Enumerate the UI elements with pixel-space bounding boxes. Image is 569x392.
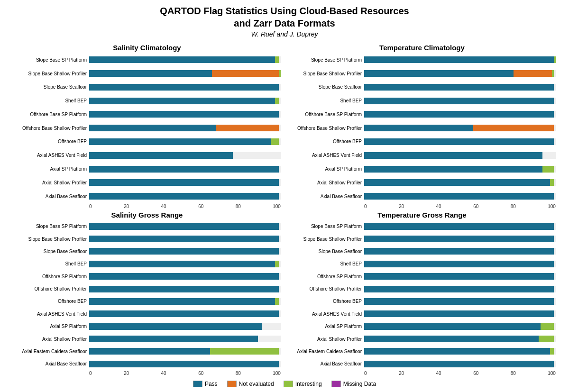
bar-row: Axial ASHES Vent Field (13, 308, 281, 319)
bar-container (89, 98, 281, 104)
bar-row: Axial Base Seafloor (13, 358, 281, 370)
bar-row: Slope Base SP Platform (288, 54, 556, 66)
bar-segment-pass (364, 70, 514, 77)
x-axis-label: 100 (548, 204, 556, 209)
bar-label: Offshore BEP (288, 299, 364, 304)
bar-row: Axial Shallow Profiler (13, 333, 281, 345)
bar-container (89, 310, 281, 317)
x-axis-label: 100 (273, 204, 281, 209)
bar-row: Axial Shallow Profiler (288, 176, 556, 189)
x-axis-label: 0 (89, 204, 92, 209)
bar-row: Slope Base SP Platform (288, 221, 556, 232)
bar-row: Slope Base Shallow Profiler (288, 233, 556, 245)
bar-segment-pass (364, 56, 554, 63)
charts-grid: Salinity ClimatologySlope Base SP Platfo… (9, 43, 560, 377)
bar-segment-interesting (271, 138, 279, 145)
bar-label: Axial Shallow Profiler (13, 180, 89, 185)
bar-segment-pass (89, 138, 271, 145)
bar-row: Axial Base Seafloor (288, 190, 556, 203)
legend-missing-box (331, 381, 341, 387)
bar-segment-pass (364, 286, 554, 292)
bar-segment-pass (364, 84, 554, 91)
bar-label: Axial SP Platform (288, 324, 364, 329)
bar-row: Offshore BEP (13, 136, 281, 148)
legend-interesting-box (284, 381, 293, 387)
bar-container (364, 236, 556, 242)
bar-label: Axial ASHES Vent Field (288, 153, 364, 158)
bar-label: Axial ASHES Vent Field (13, 153, 89, 158)
bar-row: Offshore BEP (13, 296, 281, 307)
bar-label: Shelf BEP (288, 261, 364, 266)
bar-segment-pass (89, 84, 279, 91)
bar-container (89, 348, 281, 355)
bar-segment-interesting (275, 56, 279, 63)
bar-label: Slope Base Seafloor (288, 249, 364, 254)
bar-row: Shelf BEP (13, 258, 281, 270)
bar-label: Slope Base Shallow Profiler (288, 237, 364, 242)
bar-container (364, 348, 556, 355)
bar-container (364, 273, 556, 280)
bar-container (89, 70, 281, 77)
x-axis-labels: 020406080100 (364, 204, 556, 209)
bar-container (364, 248, 556, 255)
bar-segment-pass (364, 98, 554, 104)
bar-segment-pass (364, 298, 554, 305)
bar-row: Offshore BEP (288, 136, 556, 148)
bar-row: Slope Base SP Platform (13, 221, 281, 232)
bar-row: Offshore Base SP Platform (13, 108, 281, 121)
bar-container (89, 261, 281, 267)
bar-container (89, 193, 281, 200)
bar-label: Offshore Base SP Platform (13, 112, 89, 117)
bar-label: Axial Base Seafloor (13, 361, 89, 366)
legend: Pass Not evaluated Interesting Missing D… (193, 381, 376, 387)
bar-label: Axial Shallow Profiler (13, 337, 89, 342)
bar-label: Axial SP Platform (288, 166, 364, 172)
bar-label: Slope Base SP Platform (288, 57, 364, 63)
bar-segment-pass (364, 336, 539, 342)
bar-label: Slope Base Shallow Profiler (13, 237, 89, 242)
bar-label: Slope Base Shallow Profiler (288, 71, 364, 76)
bar-container (89, 125, 281, 131)
bar-segment-interesting (539, 336, 554, 342)
bar-row: Axial ASHES Vent Field (288, 308, 556, 319)
bar-segment-interesting (541, 323, 554, 330)
bar-segment-pass (89, 336, 258, 342)
bar-row: Axial ASHES Vent Field (288, 149, 556, 162)
bar-segment-interesting (275, 298, 279, 305)
bar-row: Axial Base Seafloor (13, 190, 281, 203)
page: QARTOD Flag Statistics Using Cloud-Based… (0, 0, 569, 392)
chart-panel-salinity-gross-range: Salinity Gross RangeSlope Base SP Platfo… (9, 210, 284, 377)
bar-segment-pass (89, 111, 279, 118)
chart-area-salinity-gross-range: Slope Base SP PlatformSlope Base Shallow… (13, 221, 281, 371)
bar-segment-pass (89, 125, 216, 131)
bar-row: Axial Eastern Caldera Seafloor (288, 346, 556, 357)
x-axis: 020406080100 (364, 204, 556, 209)
bar-label: Offshore BEP (288, 139, 364, 144)
bar-label: Axial Base Seafloor (13, 194, 89, 199)
bar-segment-pass (364, 179, 550, 186)
bar-label: Slope Base Seafloor (13, 84, 89, 90)
bar-container (364, 138, 556, 145)
bar-row: Offshore Base Shallow Profiler (13, 122, 281, 135)
bar-container (364, 261, 556, 267)
x-axis-label: 60 (198, 371, 203, 376)
bar-row: Slope Base Shallow Profiler (13, 233, 281, 245)
bar-label: Offshore Shallow Profiler (13, 286, 89, 292)
bar-row: Offshore Shallow Profiler (288, 283, 556, 294)
x-axis-label: 100 (548, 371, 556, 376)
bar-segment-pass (89, 223, 279, 230)
bar-container (364, 98, 556, 104)
legend-not-evaluated-label: Not evaluated (239, 381, 274, 387)
chart-panel-temperature-gross-range: Temperature Gross RangeSlope Base SP Pla… (284, 210, 560, 377)
bar-container (89, 323, 281, 330)
bar-label: Offshore Shallow Profiler (288, 286, 364, 292)
x-axis-label: 80 (236, 204, 241, 209)
chart-title-salinity-gross-range: Salinity Gross Range (13, 211, 281, 219)
bar-segment-pass (89, 298, 275, 305)
x-axis-label: 20 (124, 371, 129, 376)
bar-label: Axial Base Seafloor (288, 194, 364, 199)
bar-container (364, 286, 556, 292)
legend-not-evaluated-box (227, 381, 237, 387)
chart-title-salinity-climatology: Salinity Climatology (13, 44, 281, 52)
bar-segment-pass (364, 152, 542, 159)
